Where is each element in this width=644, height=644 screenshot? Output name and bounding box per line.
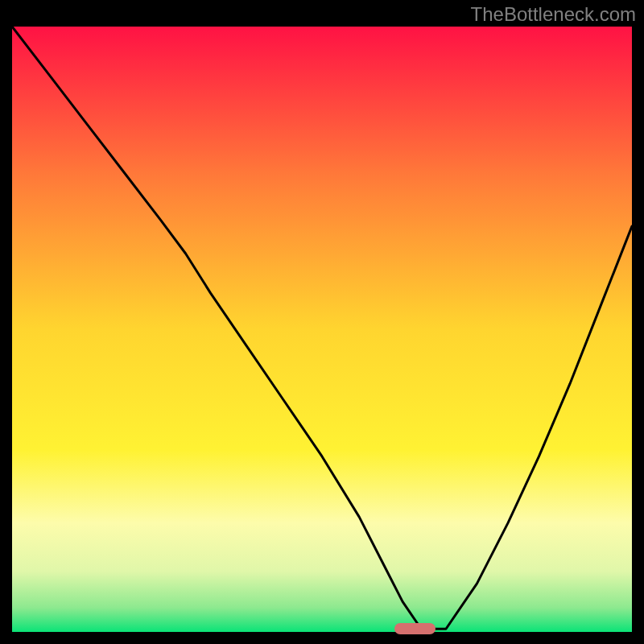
watermark-text: TheBottleneck.com	[471, 3, 636, 26]
svg-rect-0	[12, 27, 632, 632]
chart-frame: TheBottleneck.com	[0, 0, 644, 644]
background-gradient	[12, 27, 632, 632]
optimal-point-marker	[394, 623, 435, 634]
plot-area	[12, 27, 632, 632]
